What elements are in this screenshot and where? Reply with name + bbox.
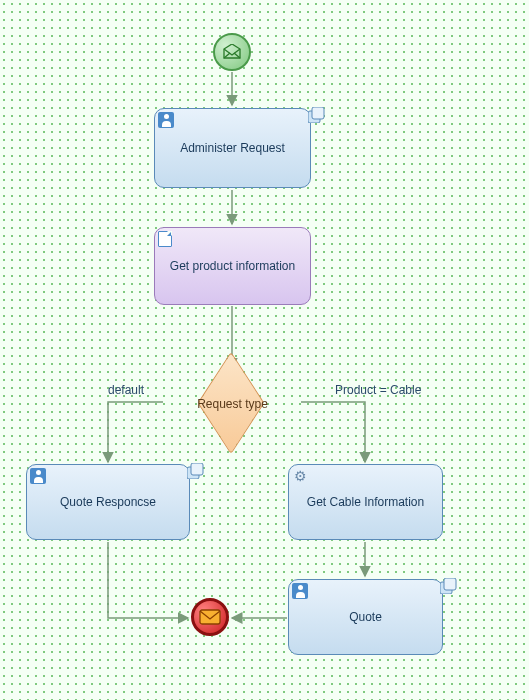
svg-rect-11 (200, 610, 220, 624)
task-label: Quote (349, 610, 382, 624)
task-label: Get product information (156, 259, 309, 273)
envelope-closed-icon (199, 609, 221, 625)
multi-instance-icon (308, 107, 326, 123)
multi-instance-icon (187, 463, 205, 479)
end-event[interactable] (191, 598, 229, 636)
gateway-label: Request type (195, 397, 270, 411)
task-label: Get Cable Information (293, 495, 438, 509)
document-icon (158, 231, 172, 247)
svg-rect-6 (312, 107, 324, 119)
task-administer-request[interactable]: Administer Request (154, 108, 311, 188)
user-icon (158, 112, 174, 128)
task-get-cable-info[interactable]: ⚙ Get Cable Information (288, 464, 443, 540)
task-quote[interactable]: Quote (288, 579, 443, 655)
task-quote-response[interactable]: Quote Responcse (26, 464, 190, 540)
task-label: Administer Request (180, 141, 285, 155)
envelope-open-icon (222, 44, 242, 60)
user-icon (30, 468, 46, 484)
svg-rect-10 (444, 578, 456, 590)
flow-connectors (0, 0, 529, 700)
gear-icon: ⚙ (292, 468, 308, 484)
start-event[interactable] (213, 33, 251, 71)
task-label: Quote Responcse (60, 495, 156, 509)
task-get-product-info[interactable]: Get product information (154, 227, 311, 305)
svg-rect-8 (191, 463, 203, 475)
multi-instance-icon (440, 578, 458, 594)
user-icon (292, 583, 308, 599)
edge-label-default: default (108, 383, 144, 397)
edge-label-cable: Product = Cable (335, 383, 421, 397)
